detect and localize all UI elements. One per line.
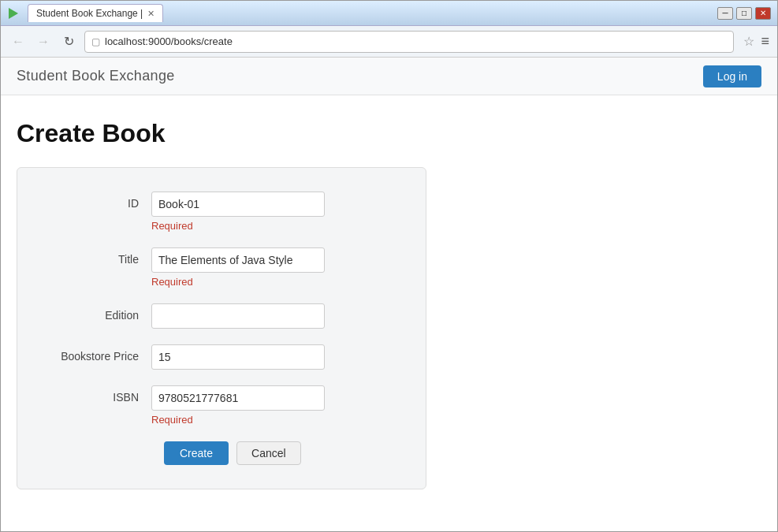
- title-bar: Student Book Exchange | ✕ ─ □ ✕: [1, 1, 777, 26]
- url-text: localhost:9000/books/create: [105, 35, 233, 47]
- menu-icon[interactable]: ≡: [761, 33, 769, 50]
- create-book-form: ID Required Title Required Edi: [17, 167, 426, 489]
- isbn-error: Required: [151, 414, 394, 426]
- address-bar: ← → ↻ ▢ localhost:9000/books/create ☆ ≡: [1, 26, 777, 58]
- site-title: Student Book Exchange: [17, 68, 703, 84]
- isbn-label: ISBN: [49, 385, 151, 404]
- price-input[interactable]: [151, 344, 325, 370]
- title-label: Title: [49, 247, 151, 266]
- title-field-group: Required: [151, 247, 394, 288]
- tab-close-icon[interactable]: ✕: [147, 9, 154, 19]
- id-error: Required: [151, 220, 394, 232]
- page-wrapper: Student Book Exchange Log in Create Book…: [1, 58, 777, 531]
- url-bar[interactable]: ▢ localhost:9000/books/create: [84, 31, 734, 53]
- edition-field-group: [151, 303, 394, 329]
- back-button[interactable]: ←: [9, 32, 28, 51]
- site-nav: Student Book Exchange Log in: [1, 58, 777, 95]
- tab-label: Student Book Exchange |: [36, 8, 143, 19]
- price-field-group: [151, 344, 394, 370]
- bookmark-icon[interactable]: ☆: [743, 34, 754, 49]
- login-button[interactable]: Log in: [703, 65, 761, 87]
- page-icon: ▢: [91, 36, 100, 47]
- edition-row: Edition: [49, 303, 394, 329]
- isbn-row: ISBN Required: [49, 385, 394, 426]
- close-button[interactable]: ✕: [755, 7, 771, 20]
- edition-label: Edition: [49, 303, 151, 322]
- isbn-field-group: Required: [151, 385, 394, 426]
- window-controls: ─ □ ✕: [717, 7, 771, 20]
- browser-icon: [7, 7, 20, 20]
- cancel-button[interactable]: Cancel: [236, 441, 301, 465]
- refresh-button[interactable]: ↻: [59, 32, 78, 51]
- maximize-button[interactable]: □: [736, 7, 752, 20]
- edition-input[interactable]: [151, 303, 325, 329]
- price-label: Bookstore Price: [49, 344, 151, 363]
- title-row: Title Required: [49, 247, 394, 288]
- main-content: Create Book ID Required Title Required: [1, 95, 777, 531]
- id-field-group: Required: [151, 192, 394, 232]
- create-button[interactable]: Create: [164, 441, 229, 465]
- id-label: ID: [49, 192, 151, 210]
- title-error: Required: [151, 276, 394, 288]
- page-title: Create Book: [17, 119, 761, 148]
- id-row: ID Required: [49, 192, 394, 232]
- price-row: Bookstore Price: [49, 344, 394, 370]
- isbn-input[interactable]: [151, 385, 325, 411]
- browser-window: Student Book Exchange | ✕ ─ □ ✕ ← → ↻ ▢ …: [0, 0, 778, 532]
- forward-button[interactable]: →: [34, 32, 53, 51]
- title-input[interactable]: [151, 247, 325, 273]
- minimize-button[interactable]: ─: [717, 7, 733, 20]
- form-buttons: Create Cancel: [164, 441, 394, 465]
- browser-tab[interactable]: Student Book Exchange | ✕: [28, 4, 163, 22]
- id-input[interactable]: [151, 192, 325, 217]
